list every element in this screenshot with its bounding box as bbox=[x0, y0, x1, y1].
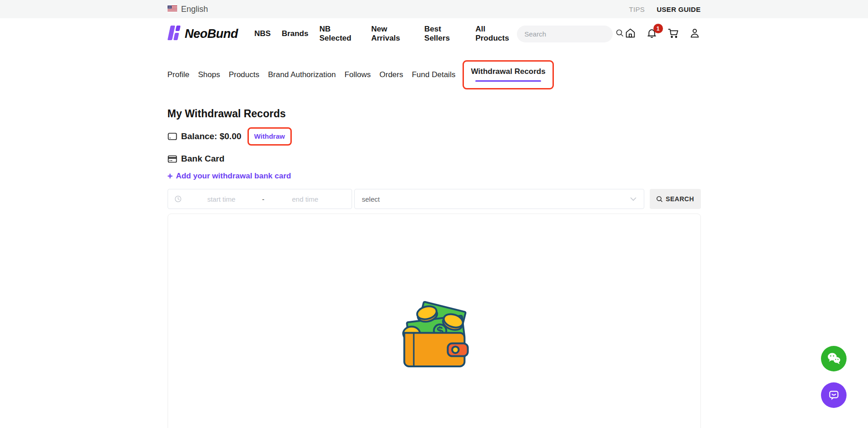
account-button[interactable] bbox=[689, 28, 701, 40]
bank-card-heading: Bank Card bbox=[181, 154, 225, 164]
subnav-item-orders[interactable]: Orders bbox=[379, 70, 403, 79]
wallet-icon bbox=[168, 132, 177, 141]
cart-icon bbox=[667, 27, 679, 41]
home-button[interactable] bbox=[625, 28, 637, 40]
subnav-item-brand-authorization[interactable]: Brand Authorization bbox=[268, 70, 336, 79]
notification-badge: 1 bbox=[653, 24, 663, 33]
chevron-down-icon bbox=[630, 197, 637, 201]
nav-item-nbs[interactable]: NBS bbox=[254, 29, 271, 38]
active-tab-underline bbox=[475, 80, 541, 82]
annotation-box-withdraw: Withdraw bbox=[247, 127, 292, 146]
magnifier-icon[interactable] bbox=[615, 29, 624, 39]
search-button-magnifier-icon bbox=[656, 196, 663, 203]
plus-icon: + bbox=[168, 172, 173, 181]
user-guide-link[interactable]: USER GUIDE bbox=[657, 5, 700, 13]
records-panel: $ bbox=[168, 214, 701, 428]
top-bar: English TIPS USER GUIDE bbox=[0, 0, 868, 18]
empty-wallet-illustration: $ bbox=[398, 301, 471, 374]
balance-amount: Balance: $0.00 bbox=[181, 131, 242, 141]
filter-bar: start time - end time select SEARCH bbox=[168, 189, 701, 209]
chat-bubble-icon bbox=[826, 388, 841, 402]
subnav-item-fund-details[interactable]: Fund Details bbox=[412, 70, 455, 79]
header: NeoBund NBS Brands NB Selected New Arriv… bbox=[0, 18, 868, 49]
annotation-box-withdrawal-records: Withdrawal Records bbox=[463, 60, 553, 89]
subnav-item-products[interactable]: Products bbox=[229, 70, 259, 79]
subnav-item-profile[interactable]: Profile bbox=[168, 70, 189, 79]
user-icon bbox=[689, 27, 700, 41]
language-label: English bbox=[181, 5, 208, 14]
nav-item-best-sellers[interactable]: Best Sellers bbox=[424, 25, 464, 43]
withdraw-button[interactable]: Withdraw bbox=[254, 132, 285, 140]
search-box[interactable] bbox=[517, 26, 613, 42]
us-flag-icon bbox=[168, 5, 177, 14]
status-select[interactable]: select bbox=[354, 189, 644, 209]
nav-item-nb-selected[interactable]: NB Selected bbox=[319, 25, 360, 43]
search-button[interactable]: SEARCH bbox=[650, 189, 701, 209]
subnav-item-follows[interactable]: Follows bbox=[344, 70, 371, 79]
brand-logo[interactable]: NeoBund bbox=[168, 25, 238, 43]
date-range-separator: - bbox=[261, 195, 265, 203]
wechat-contact-button[interactable] bbox=[821, 346, 847, 371]
brand-name: NeoBund bbox=[185, 27, 238, 41]
notifications-button[interactable]: 1 bbox=[646, 28, 658, 40]
live-chat-button[interactable] bbox=[821, 382, 847, 408]
subnav-item-withdrawal-records-active[interactable]: Withdrawal Records bbox=[471, 67, 545, 76]
bank-card-icon bbox=[168, 155, 177, 163]
nav-item-new-arrivals[interactable]: New Arrivals bbox=[371, 25, 413, 43]
wechat-icon bbox=[826, 351, 842, 366]
page-title: My Withdrawal Records bbox=[168, 108, 701, 120]
select-placeholder: select bbox=[362, 195, 380, 203]
start-time-input[interactable]: start time bbox=[182, 195, 262, 203]
main-nav: NBS Brands NB Selected New Arrivals Best… bbox=[254, 25, 517, 43]
search-button-label: SEARCH bbox=[666, 195, 694, 203]
date-range-picker[interactable]: start time - end time bbox=[168, 189, 352, 209]
language-selector[interactable]: English bbox=[168, 5, 208, 14]
account-sub-nav: Profile Shops Products Brand Authorizati… bbox=[0, 60, 868, 89]
nav-item-brands[interactable]: Brands bbox=[282, 29, 309, 38]
clock-icon bbox=[174, 195, 182, 203]
subnav-item-shops[interactable]: Shops bbox=[198, 70, 220, 79]
tips-link[interactable]: TIPS bbox=[629, 5, 645, 13]
main-content: My Withdrawal Records Balance: $0.00 Wit… bbox=[168, 108, 701, 428]
home-icon bbox=[625, 27, 636, 41]
brand-logo-icon bbox=[168, 25, 182, 43]
search-input[interactable] bbox=[525, 30, 615, 38]
cart-button[interactable] bbox=[668, 28, 679, 40]
add-bank-card-label: Add your withdrawal bank card bbox=[176, 172, 291, 181]
nav-item-all-products[interactable]: All Products bbox=[475, 25, 516, 43]
add-bank-card-link[interactable]: + Add your withdrawal bank card bbox=[168, 172, 701, 181]
end-time-input[interactable]: end time bbox=[265, 195, 345, 203]
